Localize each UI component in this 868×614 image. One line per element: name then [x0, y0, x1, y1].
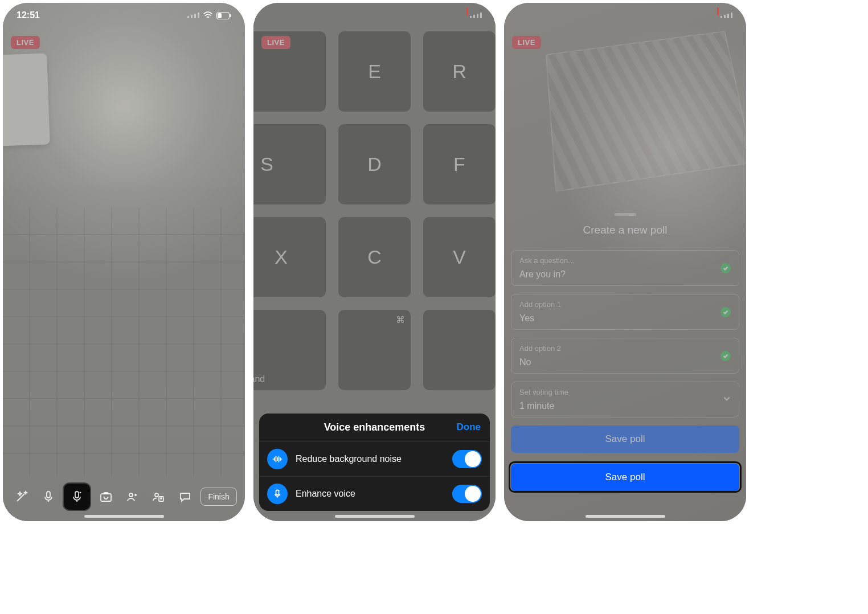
- keycap: [423, 310, 496, 390]
- keycap: E: [338, 31, 411, 112]
- keycap: R: [423, 31, 496, 112]
- keycap: X: [253, 217, 326, 297]
- enhance-voice-row: Enhance voice: [259, 477, 490, 511]
- live-badge: LIVE: [512, 36, 541, 49]
- save-poll-button[interactable]: Save poll: [511, 464, 739, 491]
- phone-screen-3: LIVE Create a new poll Ask a question...…: [504, 3, 746, 521]
- field-label: Set voting time: [519, 388, 731, 396]
- waveform-icon: [267, 449, 288, 469]
- svg-rect-4: [75, 492, 79, 498]
- sheet-header: Voice enhancements Done: [259, 414, 490, 442]
- check-icon: [720, 263, 731, 273]
- done-button[interactable]: Done: [457, 421, 481, 433]
- check-icon: [720, 351, 731, 361]
- svg-point-7: [155, 493, 158, 497]
- chevron-down-icon: [723, 395, 731, 405]
- reduce-noise-row: Reduce background noise: [259, 442, 490, 477]
- field-value: 1 minute: [519, 401, 731, 411]
- enhance-voice-label: Enhance voice: [296, 489, 444, 499]
- object-in-frame: [3, 53, 50, 146]
- battery-icon: [216, 12, 231, 19]
- svg-point-9: [161, 498, 162, 499]
- signal-icon: [187, 13, 199, 18]
- wifi-icon: [203, 11, 213, 19]
- phone-screen-2: E R S D F X C V command ⌘ LIVE Voice enh…: [253, 3, 496, 521]
- invite-guest-icon[interactable]: [121, 486, 143, 507]
- recording-indicator-icon: [466, 7, 468, 15]
- save-poll-button[interactable]: Save poll: [511, 425, 739, 453]
- poll-option2-field[interactable]: Add option 2 No: [511, 338, 739, 374]
- mic-sparkle-icon: [267, 484, 288, 504]
- reduce-noise-label: Reduce background noise: [296, 454, 444, 464]
- voice-enhancements-sheet: Voice enhancements Done Reduce backgroun…: [259, 414, 490, 511]
- live-badge: LIVE: [261, 36, 290, 49]
- keycap: S: [253, 124, 326, 204]
- sheet-title: Voice enhancements: [324, 421, 425, 433]
- home-indicator[interactable]: [586, 515, 665, 518]
- field-label: Add option 2: [519, 344, 731, 353]
- recording-indicator-icon: [717, 7, 719, 15]
- home-indicator[interactable]: [84, 515, 164, 518]
- keycap: V: [423, 217, 496, 297]
- field-value: No: [519, 357, 731, 367]
- finish-button[interactable]: Finish: [200, 488, 236, 506]
- status-bar: 12:51: [3, 3, 245, 28]
- effects-icon[interactable]: [11, 486, 32, 507]
- field-label: Add option 1: [519, 300, 731, 309]
- svg-rect-1: [230, 14, 231, 17]
- field-label: Ask a question...: [519, 256, 731, 265]
- status-bar: [253, 3, 496, 28]
- status-bar: [504, 3, 746, 28]
- field-value: Yes: [519, 313, 731, 324]
- switch-camera-icon[interactable]: [95, 486, 117, 507]
- keycap: command: [253, 374, 265, 384]
- svg-rect-10: [276, 490, 279, 494]
- status-time: 12:51: [17, 10, 40, 21]
- comment-icon[interactable]: [174, 486, 196, 507]
- voice-enhancements-button[interactable]: [64, 484, 90, 510]
- signal-icon: [720, 13, 732, 18]
- keycap: ⌘: [396, 314, 405, 325]
- keycap: F: [423, 124, 496, 204]
- status-right: [187, 11, 231, 19]
- keycap: D: [338, 124, 411, 204]
- reduce-noise-toggle[interactable]: [452, 450, 482, 468]
- field-value: Are you in?: [519, 269, 731, 280]
- keycap: C: [338, 217, 411, 297]
- home-indicator[interactable]: [335, 515, 415, 518]
- poll-time-field[interactable]: Set voting time 1 minute: [511, 382, 739, 417]
- svg-rect-5: [101, 494, 111, 501]
- poll-title: Create a new poll: [511, 224, 739, 236]
- sheet-grabber[interactable]: [615, 213, 636, 216]
- microphone-icon[interactable]: [38, 486, 59, 507]
- signal-icon: [470, 13, 482, 18]
- check-icon: [720, 307, 731, 317]
- svg-rect-2: [218, 13, 222, 18]
- enhance-voice-toggle[interactable]: [452, 485, 482, 503]
- phone-screen-1: 12:51 LIVE Finish: [3, 3, 245, 521]
- poll-question-field[interactable]: Ask a question... Are you in?: [511, 250, 739, 286]
- live-badge: LIVE: [11, 36, 40, 49]
- poll-option1-field[interactable]: Add option 1 Yes: [511, 294, 739, 330]
- svg-rect-3: [47, 492, 50, 498]
- live-toolbar: Finish: [3, 484, 245, 510]
- viewers-icon[interactable]: [148, 486, 169, 507]
- svg-point-6: [129, 493, 133, 497]
